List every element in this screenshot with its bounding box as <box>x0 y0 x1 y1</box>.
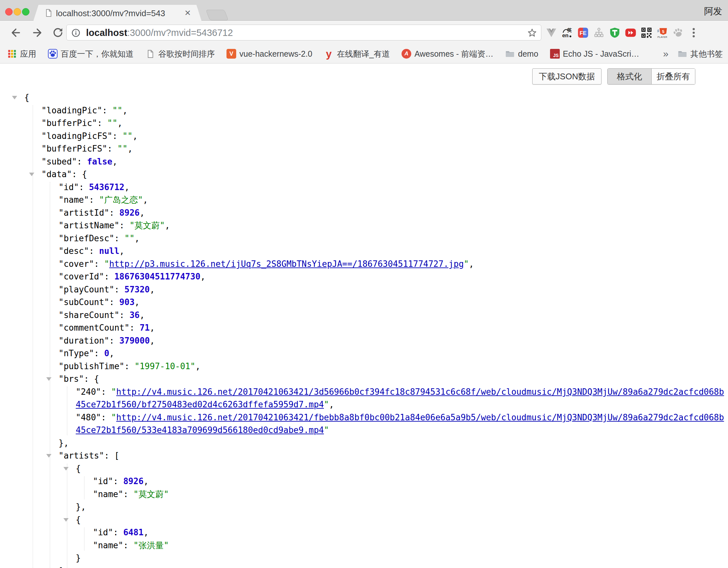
json-key: "publishTime" <box>59 362 125 371</box>
collapse-all-button[interactable]: 折叠所有 <box>651 69 695 84</box>
collapse-triangle-icon[interactable] <box>46 377 51 381</box>
video-download-extension-icon[interactable] <box>625 27 636 39</box>
json-line: "240": "http://v4.music.126.net/20170421… <box>0 386 726 411</box>
json-quote: " <box>464 259 469 269</box>
close-window-button[interactable] <box>5 8 13 16</box>
json-key: "duration" <box>59 336 109 346</box>
site-info-icon[interactable] <box>71 28 81 38</box>
collapse-triangle-icon[interactable] <box>63 518 69 522</box>
bookmark-label: Awesomes - 前端资… <box>414 49 493 59</box>
json-number-value: 0 <box>104 349 109 358</box>
json-colon: : <box>77 157 87 166</box>
json-number-value: 5436712 <box>89 182 125 192</box>
bookmark-item-3[interactable]: 谷歌按时间排序 <box>145 49 215 59</box>
indent-guide <box>67 387 67 435</box>
json-open-bracket: { <box>82 169 87 179</box>
bookmark-label: 在线翻译_有道 <box>337 49 390 59</box>
json-comma: , <box>125 182 130 192</box>
bookmark-label: demo <box>518 49 538 59</box>
translate-extension-icon[interactable]: 英en <box>561 27 573 39</box>
json-line: "name": "张洪量" <box>0 539 726 552</box>
json-number-value: 18676304511774730 <box>114 272 200 281</box>
fullscreen-window-button[interactable] <box>22 8 29 16</box>
format-button[interactable]: 格式化 <box>608 69 651 84</box>
json-quote: " <box>324 425 329 435</box>
json-line: "name": "广岛之恋", <box>0 194 726 206</box>
svg-text:en: en <box>562 32 568 38</box>
json-colon: : <box>113 476 123 486</box>
reload-button[interactable] <box>52 27 64 39</box>
json-key: "artistId" <box>59 208 109 217</box>
bookmark-item-7[interactable]: demo <box>505 49 538 59</box>
json-comma: , <box>112 157 117 166</box>
chrome-menu-icon[interactable] <box>688 27 700 39</box>
json-line: "coverId": 18676304511774730, <box>0 270 726 283</box>
vue-icon: V <box>226 49 236 59</box>
awesomes-icon: A <box>402 49 411 59</box>
json-number-value: 903 <box>119 297 135 307</box>
bookmark-star-icon[interactable] <box>527 28 537 38</box>
json-key: "480" <box>76 413 101 422</box>
collapse-triangle-icon[interactable] <box>63 467 69 471</box>
shield-extension-icon[interactable] <box>609 27 621 39</box>
back-button[interactable] <box>10 27 22 39</box>
json-string-value: "广岛之恋" <box>99 195 143 205</box>
json-link[interactable]: http://p3.music.126.net/ijUq7s_2S8GMbTNs… <box>109 259 464 269</box>
json-line: "bufferPic": "", <box>0 117 726 130</box>
bookmark-item-5[interactable]: y在线翻译_有道 <box>324 49 390 59</box>
json-comma: , <box>127 144 133 153</box>
bookmark-item-4[interactable]: Vvue-hackernews-2.0 <box>226 49 312 59</box>
json-line: "commentCount": 71, <box>0 322 726 335</box>
json-colon: : <box>102 106 112 115</box>
minimize-window-button[interactable] <box>14 8 21 16</box>
indent-guide <box>67 464 67 568</box>
collapse-triangle-icon[interactable] <box>12 96 17 99</box>
bookmark-item-8[interactable]: JSEcho JS - JavaScri… <box>550 49 639 59</box>
json-colon: : <box>89 246 99 256</box>
bookmark-item-6[interactable]: AAwesomes - 前端资… <box>402 49 493 59</box>
json-line: "publishTime": "1997-10-01", <box>0 360 726 373</box>
json-line: "nType": 0, <box>0 347 726 360</box>
paw-extension-icon[interactable] <box>672 27 684 39</box>
json-quote: " <box>324 400 329 409</box>
json-comma: , <box>64 438 69 448</box>
json-key: "briefDesc" <box>59 233 114 243</box>
json-close-bracket: } <box>76 502 81 512</box>
forward-button[interactable] <box>31 27 43 39</box>
bookmarks-bar: 应用百度一下，你就知道谷歌按时间排序Vvue-hackernews-2.0y在线… <box>0 44 728 63</box>
collapse-triangle-icon[interactable] <box>29 173 34 176</box>
baidu-paw-icon <box>48 49 58 59</box>
html5-player-extension-icon[interactable]: 5PLAYER <box>656 27 668 39</box>
download-json-button[interactable]: 下载JSON数据 <box>532 68 601 84</box>
json-line: "id": 6481, <box>0 526 726 539</box>
json-link[interactable]: http://v4.music.126.net/20170421063421/f… <box>76 413 724 435</box>
svg-text:5: 5 <box>662 29 664 34</box>
json-link[interactable]: http://v4.music.126.net/20170421063421/3… <box>76 387 724 410</box>
json-key: "desc" <box>59 246 89 256</box>
json-key: "artistName" <box>59 220 119 230</box>
json-comma: , <box>135 233 140 243</box>
json-colon: : <box>107 144 117 153</box>
json-key: "data" <box>41 169 72 179</box>
qr-code-extension-icon[interactable] <box>641 27 652 39</box>
tab-close-icon[interactable]: × <box>182 7 193 18</box>
json-colon: : <box>125 362 135 371</box>
sitemap-extension-icon[interactable] <box>593 27 605 39</box>
profile-name[interactable]: 阿发 <box>704 5 722 17</box>
other-bookmarks-folder[interactable]: 其他书签 <box>678 49 723 59</box>
json-key: "bufferPicFS" <box>41 144 107 153</box>
json-colon: : <box>104 451 114 461</box>
collapse-triangle-icon[interactable] <box>46 454 51 458</box>
bookmark-item-1[interactable]: 应用 <box>7 49 36 59</box>
new-tab-button[interactable] <box>206 10 229 20</box>
address-bar[interactable]: localhost:3000/mv?mvid=5436712 <box>66 25 541 40</box>
browser-tab[interactable]: localhost:3000/mv?mvid=543 × <box>33 5 202 21</box>
json-comma: , <box>144 528 149 537</box>
json-key: "name" <box>93 540 123 550</box>
bookmarks-overflow-icon[interactable]: » <box>663 48 668 59</box>
fe-helper-extension-icon[interactable]: FE <box>577 27 589 39</box>
json-keyword-value: false <box>87 157 112 166</box>
json-comma: , <box>150 323 155 333</box>
vue-devtools-extension-icon[interactable] <box>546 27 557 39</box>
bookmark-item-2[interactable]: 百度一下，你就知道 <box>48 49 134 59</box>
